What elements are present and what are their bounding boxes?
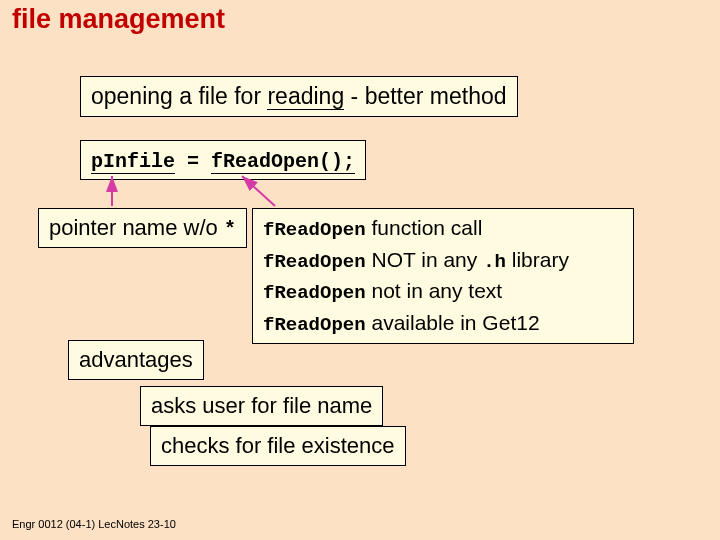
ro-fn-4: fReadOpen bbox=[263, 314, 366, 336]
subtitle-suffix: - better method bbox=[344, 83, 506, 109]
advantage-2: checks for file existence bbox=[150, 426, 406, 466]
svg-line-1 bbox=[242, 176, 275, 206]
pointer-note-star: * bbox=[224, 218, 236, 241]
advantage-1: asks user for file name bbox=[140, 386, 383, 426]
ro-l2-tail: .h bbox=[483, 251, 506, 273]
readopen-notes-box: fReadOpen function call fReadOpen NOT in… bbox=[252, 208, 634, 344]
advantages-label: advantages bbox=[68, 340, 204, 380]
pointer-note-box: pointer name w/o * bbox=[38, 208, 247, 248]
ro-l2-mid: NOT in any bbox=[366, 248, 484, 271]
pointer-note-text: pointer name w/o bbox=[49, 215, 224, 240]
ro-l3-rest: not in any text bbox=[366, 279, 503, 302]
subtitle-box: opening a file for reading - better meth… bbox=[80, 76, 518, 117]
ro-fn-1: fReadOpen bbox=[263, 219, 366, 241]
code-box: pInfile = fReadOpen(); bbox=[80, 140, 366, 180]
ro-l2-end: library bbox=[506, 248, 569, 271]
ro-l4-rest: available in Get12 bbox=[366, 311, 540, 334]
footer-text: Engr 0012 (04-1) LecNotes 23-10 bbox=[12, 518, 176, 530]
code-lhs: pInfile bbox=[91, 150, 175, 174]
subtitle-underlined: reading bbox=[267, 83, 344, 110]
ro-fn-3: fReadOpen bbox=[263, 282, 366, 304]
code-rhs: fReadOpen(); bbox=[211, 150, 355, 174]
ro-l1-rest: function call bbox=[366, 216, 483, 239]
subtitle-prefix: opening a file for bbox=[91, 83, 267, 109]
ro-fn-2: fReadOpen bbox=[263, 251, 366, 273]
code-eq: = bbox=[175, 150, 211, 173]
slide-title: file management bbox=[12, 4, 225, 35]
